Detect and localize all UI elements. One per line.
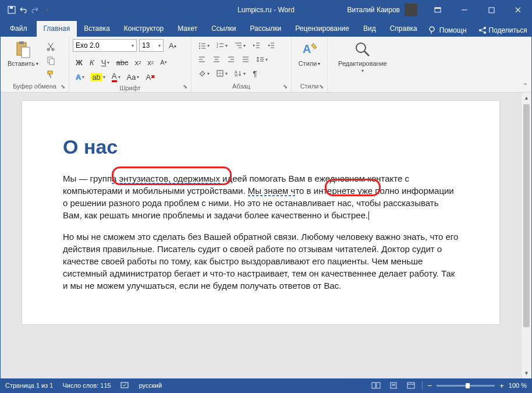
group-paragraph: 12 AЯ ¶ Абза xyxy=(191,37,292,92)
tab-design[interactable]: Конструктор xyxy=(117,21,171,37)
user-name-label: Виталий Каиров xyxy=(347,6,400,14)
ribbon: Вставить ▾ Буфер обмена ⬊ Exo 2.0▾ 13▾ A… xyxy=(1,37,531,93)
shrink-font-button[interactable]: A▾ xyxy=(157,56,169,69)
svg-point-12 xyxy=(47,48,49,51)
styles-button[interactable]: A Стили ▾ xyxy=(295,39,324,68)
clear-format-button[interactable]: A✖ xyxy=(143,70,158,83)
svg-text:A: A xyxy=(303,43,311,55)
superscript-button[interactable]: x2 xyxy=(144,56,157,69)
autosave-icon[interactable] xyxy=(8,6,16,14)
ribbon-display-button[interactable] xyxy=(424,1,451,19)
cut-button[interactable] xyxy=(43,40,58,53)
bullets-button[interactable] xyxy=(195,39,212,52)
language-indicator[interactable]: русский xyxy=(139,382,162,389)
print-layout-button[interactable] xyxy=(387,380,400,391)
text-effects-button[interactable]: A xyxy=(73,70,87,83)
zoom-out-button[interactable]: − xyxy=(427,381,432,390)
app-window: Lumpics.ru - Word Виталий Каиров Файл Гл… xyxy=(0,0,532,393)
tab-insert[interactable]: Вставка xyxy=(77,21,117,37)
tab-home[interactable]: Главная xyxy=(37,21,77,37)
svg-rect-5 xyxy=(489,8,494,13)
tab-mailings[interactable]: Рассылки xyxy=(243,21,288,37)
change-case-button[interactable]: Aa xyxy=(124,70,143,83)
tab-layout[interactable]: Макет xyxy=(171,21,204,37)
align-left-button[interactable] xyxy=(195,53,209,66)
page[interactable]: О нас Мы — группа энтузиастов, одержимых… xyxy=(22,101,499,324)
show-marks-button[interactable]: ¶ xyxy=(249,67,261,80)
sort-button[interactable]: AЯ xyxy=(231,67,249,80)
subscript-button[interactable]: x2 xyxy=(132,56,144,69)
highlight-button[interactable]: ab xyxy=(88,70,108,83)
borders-button[interactable] xyxy=(213,67,230,80)
group-editing: Редактирование ▾ xyxy=(328,37,398,92)
text-cursor xyxy=(368,211,369,220)
align-right-button[interactable] xyxy=(224,53,238,66)
zoom-level[interactable]: 100 % xyxy=(509,382,527,389)
account-button[interactable]: Виталий Каиров xyxy=(340,3,424,16)
tell-me-button[interactable]: Помощн xyxy=(424,24,471,37)
grow-font-button[interactable]: A▴ xyxy=(166,39,179,52)
svg-point-19 xyxy=(199,48,200,49)
share-button[interactable]: Поделиться xyxy=(474,24,532,37)
inc-indent-button[interactable] xyxy=(264,39,278,52)
svg-point-8 xyxy=(484,31,486,34)
styles-launcher[interactable]: ⬊ xyxy=(317,82,325,90)
paste-button[interactable]: Вставить ▾ xyxy=(4,39,42,68)
align-center-button[interactable] xyxy=(210,53,224,66)
tab-view[interactable]: Вид xyxy=(356,21,383,37)
paragraph-1: Мы — группа энтузиастов, одержимых идеей… xyxy=(63,172,459,221)
proofing-icon[interactable] xyxy=(120,381,130,390)
svg-rect-15 xyxy=(49,59,54,65)
italic-button[interactable]: К xyxy=(86,56,98,69)
multilevel-button[interactable] xyxy=(231,39,249,52)
qat-customize-icon[interactable] xyxy=(42,6,51,14)
document-area: О нас Мы — группа энтузиастов, одержимых… xyxy=(1,93,531,378)
scroll-down-button[interactable]: ▼ xyxy=(522,368,531,378)
undo-icon[interactable] xyxy=(19,6,27,14)
copy-button[interactable] xyxy=(43,54,58,67)
svg-rect-1 xyxy=(10,6,13,9)
close-button[interactable] xyxy=(505,1,531,19)
font-size-combo[interactable]: 13▾ xyxy=(139,39,164,52)
underline-button[interactable]: Ч xyxy=(98,56,113,69)
zoom-in-button[interactable]: + xyxy=(499,381,504,390)
svg-point-17 xyxy=(199,43,200,44)
scroll-up-button[interactable]: ▲ xyxy=(522,93,531,103)
vertical-scrollbar[interactable]: ▲ ▼ xyxy=(521,93,531,378)
svg-rect-61 xyxy=(377,383,380,388)
font-launcher[interactable]: ⬊ xyxy=(181,82,189,90)
svg-rect-16 xyxy=(48,71,52,74)
svg-point-13 xyxy=(52,48,54,51)
web-layout-button[interactable] xyxy=(405,380,417,391)
strike-button[interactable]: abc xyxy=(113,56,131,69)
font-name-combo[interactable]: Exo 2.0▾ xyxy=(73,39,137,52)
page-indicator[interactable]: Страница 1 из 1 xyxy=(5,382,53,389)
editing-button[interactable]: Редактирование ▾ xyxy=(331,39,394,75)
collapse-ribbon-button[interactable]: ⌃ xyxy=(523,82,528,90)
line-spacing-button[interactable] xyxy=(253,53,271,66)
font-color-button[interactable]: A xyxy=(109,70,123,83)
dec-indent-button[interactable] xyxy=(249,39,263,52)
tab-file[interactable]: Файл xyxy=(1,21,37,37)
scroll-thumb[interactable] xyxy=(523,104,530,327)
tab-review[interactable]: Рецензирование xyxy=(288,21,356,37)
zoom-slider[interactable] xyxy=(437,385,495,387)
tab-references[interactable]: Ссылки xyxy=(204,21,243,37)
read-mode-button[interactable] xyxy=(370,380,382,391)
format-painter-button[interactable] xyxy=(43,68,58,81)
svg-rect-65 xyxy=(407,383,414,388)
shading-button[interactable] xyxy=(195,67,212,80)
paragraph-launcher[interactable]: ⬊ xyxy=(281,82,289,90)
svg-text:Я: Я xyxy=(235,73,237,77)
numbering-button[interactable]: 12 xyxy=(213,39,230,52)
maximize-button[interactable] xyxy=(478,1,505,19)
word-count[interactable]: Число слов: 115 xyxy=(62,382,111,389)
bold-button[interactable]: Ж xyxy=(73,56,86,69)
tab-help[interactable]: Справка xyxy=(383,21,424,37)
clipboard-launcher[interactable]: ⬊ xyxy=(59,82,67,90)
redo-icon[interactable] xyxy=(31,6,39,14)
minimize-button[interactable] xyxy=(451,1,478,19)
grammar-error-2[interactable]: Мы знаем ч xyxy=(248,186,296,196)
justify-button[interactable] xyxy=(239,53,253,66)
grammar-error-1[interactable]: а энтузиастов, одержимых xyxy=(112,174,220,183)
